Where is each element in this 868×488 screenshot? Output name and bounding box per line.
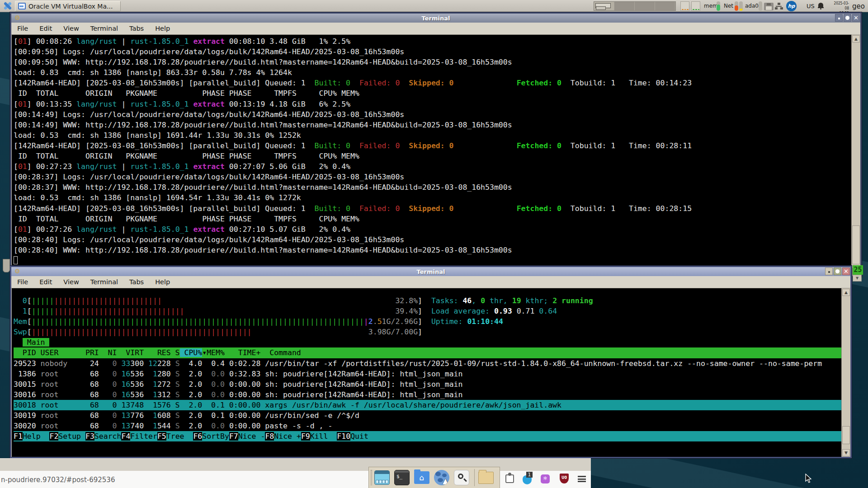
terminal-line: 30018 root 68 0 13748 1576 S 2.0 0.1 0:0… bbox=[14, 400, 841, 410]
menu-item-terminal[interactable]: Terminal bbox=[90, 278, 118, 286]
terminal-window-top: ⚙ Terminal ✕ FileEditViewTerminalTabsHel… bbox=[9, 12, 862, 277]
browser-status-url: n-poudriere.97032/#post-692536 bbox=[1, 476, 115, 484]
terminal-line: [01] 00:27:26 lang/rust | rust-1.85.0_1 … bbox=[14, 224, 851, 235]
workspace-pager[interactable] bbox=[594, 1, 676, 11]
terminal-line: [00:28:40] WWW: http://192.168.178.28/po… bbox=[14, 245, 851, 255]
taskbar-window-button[interactable]: Oracle VM VirtualBox Ma... bbox=[15, 1, 121, 11]
virtualbox-icon bbox=[18, 3, 26, 9]
terminal-line: 29523 nobody 24 0 33300 12228 S 4.0 0.4 … bbox=[14, 358, 841, 369]
terminal-line: Swp[||||||||||||||||||||||||||||||||||||… bbox=[14, 327, 841, 337]
terminal-line: [00:28:40] Logs: /usr/local/poudriere/da… bbox=[14, 235, 851, 245]
window-corner-fragment bbox=[3, 259, 10, 272]
terminal-line: [00:14:49] Logs: /usr/local/poudriere/da… bbox=[14, 109, 851, 120]
terminal-line bbox=[14, 255, 851, 266]
terminal-line: load: 0.53 cmd: sh 1386 [nanslp] 1694.54… bbox=[14, 192, 851, 203]
terminal-output-top[interactable]: [01] 00:08:26 lang/rust | rust-1.85.0_1 … bbox=[12, 35, 851, 276]
titlebar-htop-terminal[interactable]: ⚙ Terminal ✕ bbox=[11, 267, 850, 276]
menu-item-view[interactable]: View bbox=[63, 278, 79, 286]
extension-purple-icon[interactable]: * bbox=[541, 474, 550, 483]
terminal-line: [01] 00:27:23 lang/rust | rust-1.85.0_1 … bbox=[14, 161, 851, 172]
minimize-button[interactable] bbox=[835, 14, 843, 22]
hp-printer-icon[interactable]: hp bbox=[786, 1, 797, 11]
bottom-dock: $_ ⌂ ▲ bbox=[368, 467, 500, 488]
scrollbar-top-terminal[interactable]: ▲ ▼ bbox=[851, 35, 860, 276]
terminal-line: 1386 root 68 0 16536 1280 S 2.0 0.0 0:32… bbox=[14, 369, 841, 379]
mouse-cursor bbox=[804, 474, 814, 483]
scrollbar-htop-terminal[interactable]: ▲ ▼ bbox=[841, 288, 850, 457]
dock-app-finder-icon[interactable] bbox=[453, 469, 470, 486]
workspace-1[interactable] bbox=[594, 2, 614, 10]
menu-item-tabs[interactable]: Tabs bbox=[129, 25, 144, 32]
top-taskbar: Oracle VM VirtualBox Ma... mem Net ada0 bbox=[0, 0, 868, 12]
menu-item-view[interactable]: View bbox=[63, 25, 79, 32]
terminal-line: 30015 root 68 0 16536 1272 S 2.0 0.0 0:0… bbox=[14, 379, 841, 389]
extensions-puzzle-icon[interactable] bbox=[505, 474, 514, 483]
workspace-4[interactable] bbox=[655, 2, 675, 10]
xfce-menu-icon[interactable] bbox=[3, 1, 12, 10]
maximize-button[interactable] bbox=[844, 14, 851, 22]
dock-keyboard-terminal-icon[interactable] bbox=[374, 469, 390, 486]
tray-monitor-1[interactable] bbox=[680, 1, 689, 11]
tray-monitor-2[interactable] bbox=[691, 1, 700, 11]
terminal-line: ID TOTAL ORIGIN PKGNAME PHASE PHASE TMPF… bbox=[14, 151, 851, 161]
terminal-line: F1Help F2Setup F3SearchF4FilterF5Tree F6… bbox=[14, 431, 841, 441]
scroll-up-arrow[interactable]: ▲ bbox=[852, 35, 860, 42]
menu-item-help[interactable]: Help bbox=[155, 278, 170, 286]
menu-item-file[interactable]: File bbox=[17, 25, 28, 32]
terminal-line: [01] 00:08:26 lang/rust | rust-1.85.0_1 … bbox=[14, 36, 851, 47]
terminal-window-htop: ⚙ Terminal ✕ FileEditViewTerminalTabsHel… bbox=[9, 265, 852, 459]
terminal-line: [00:09:50] Logs: /usr/local/poudriere/da… bbox=[14, 47, 851, 57]
workspace-badge: 25 bbox=[853, 265, 863, 275]
htop-output[interactable]: 0[||||||||||||||||||||||||||||| 32.8%] T… bbox=[12, 288, 841, 457]
notification-bell-icon[interactable] bbox=[818, 3, 824, 9]
terminal-line: [01] 00:13:35 lang/rust | rust-1.85.0_1 … bbox=[14, 99, 851, 109]
close-button[interactable]: ✕ bbox=[842, 267, 850, 275]
dock-terminal-icon[interactable]: $_ bbox=[394, 469, 410, 486]
workspace-3[interactable] bbox=[635, 2, 655, 10]
browser-menu-icon[interactable] bbox=[578, 476, 586, 482]
terminal-line: 1[|||||||||||||||||||||||||||||||||| 39.… bbox=[14, 306, 841, 316]
mem-monitor-label: mem bbox=[704, 3, 718, 9]
menu-item-help[interactable]: Help bbox=[155, 25, 170, 32]
terminal-line: Main bbox=[14, 337, 841, 347]
keyboard-layout-label[interactable]: US bbox=[807, 3, 815, 9]
workspace-2[interactable] bbox=[614, 2, 635, 10]
ublock-shield-icon[interactable]: U0 bbox=[560, 474, 569, 483]
scroll-down-arrow[interactable]: ▼ bbox=[842, 449, 850, 456]
scroll-thumb[interactable] bbox=[842, 426, 850, 444]
terminal-line: 30019 root 68 0 13776 1608 S 2.0 0.1 0:0… bbox=[14, 410, 841, 421]
desktop: Oracle VM VirtualBox Ma... mem Net ada0 bbox=[0, 0, 868, 488]
dock-file-manager-icon[interactable]: ⌂ bbox=[414, 469, 430, 486]
net-monitor-label: Net bbox=[724, 3, 733, 9]
disk-gauge bbox=[759, 1, 762, 11]
terminal-line: ID TOTAL ORIGIN PKGNAME PHASE PHASE TMPF… bbox=[14, 214, 851, 224]
mem-gauge bbox=[717, 1, 720, 11]
terminal-line: [00:28:37] WWW: http://192.168.178.28/po… bbox=[14, 182, 851, 192]
menu-item-terminal[interactable]: Terminal bbox=[90, 25, 118, 32]
scroll-up-arrow[interactable]: ▲ bbox=[842, 289, 850, 296]
terminal-line: [00:09:50] WWW: http://192.168.178.28/po… bbox=[14, 57, 851, 67]
dock-handle[interactable] bbox=[371, 470, 372, 485]
dock-web-browser-icon[interactable]: ▲ bbox=[434, 469, 450, 486]
terminal-line: 30016 root 68 0 16536 1312 S 2.0 0.0 0:0… bbox=[14, 389, 841, 400]
dock-folder-icon[interactable] bbox=[478, 469, 494, 486]
maximize-button[interactable] bbox=[834, 267, 841, 275]
network-tray-icon[interactable] bbox=[775, 3, 783, 10]
terminal-line: [00:28:37] Logs: /usr/local/poudriere/da… bbox=[14, 172, 851, 182]
menubar-htop-terminal: FileEditViewTerminalTabsHelp bbox=[11, 276, 850, 288]
scroll-thumb[interactable] bbox=[852, 225, 860, 264]
menu-item-edit[interactable]: Edit bbox=[39, 278, 52, 286]
menu-item-tabs[interactable]: Tabs bbox=[129, 278, 144, 286]
extension-badge: 1 bbox=[526, 472, 533, 478]
titlebar-top-terminal[interactable]: ⚙ Terminal ✕ bbox=[11, 14, 860, 23]
terminal-line: [142Ram64-HEAD] [2025-03-08_16h53m00s] [… bbox=[14, 78, 851, 88]
close-button[interactable]: ✕ bbox=[852, 14, 860, 22]
minimize-button[interactable] bbox=[825, 267, 833, 275]
menu-item-edit[interactable]: Edit bbox=[39, 25, 52, 32]
terminal-line: [142Ram64-HEAD] [2025-03-08_16h53m00s] [… bbox=[14, 203, 851, 214]
clock-date: 2025-03-08 bbox=[830, 1, 849, 11]
net-gauge-tx bbox=[739, 1, 743, 11]
disk-tray-icon[interactable] bbox=[764, 3, 774, 10]
window-title: Terminal bbox=[11, 15, 860, 22]
menu-item-file[interactable]: File bbox=[17, 278, 28, 286]
